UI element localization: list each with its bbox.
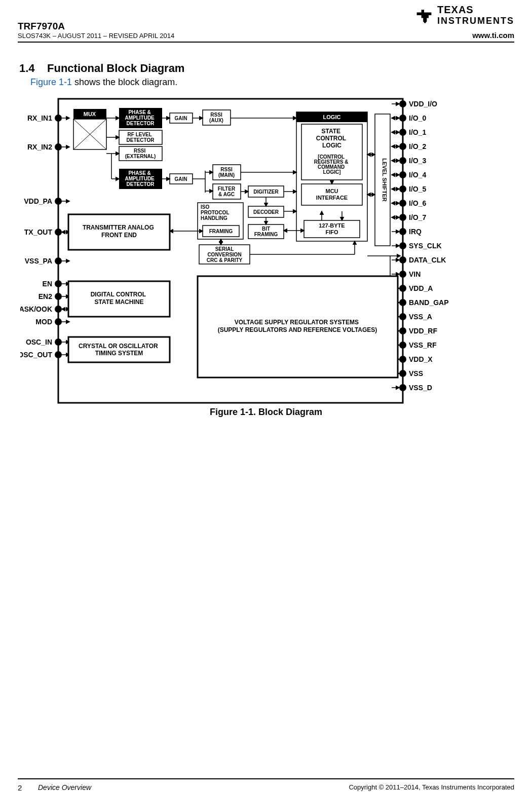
pin-vdd-i-o: VDD_I/O <box>409 100 437 108</box>
pin-data-clk: DATA_CLK <box>409 256 446 264</box>
pin-vss: VSS <box>409 369 423 378</box>
svg-point-61 <box>399 370 406 377</box>
pin-vdd-pa: VDD_PA <box>24 197 52 205</box>
pin-rx-in1: RX_IN1 <box>27 114 52 122</box>
pin-irq: IRQ <box>409 228 422 236</box>
svg-point-63 <box>399 384 406 391</box>
svg-point-27 <box>399 129 406 136</box>
gain2-block: GAIN <box>175 176 187 182</box>
svg-point-55 <box>399 327 406 334</box>
pin-en2: EN2 <box>39 292 52 300</box>
header-left: TRF7970A SLOS743K – AUGUST 2011 – REVISE… <box>18 21 174 40</box>
ti-url[interactable]: www.ti.com <box>472 31 514 40</box>
rflevel-block: RF LEVEL DETECTOR <box>127 132 155 143</box>
pin-vdd-x: VDD_X <box>409 355 433 363</box>
svg-point-15 <box>55 306 62 313</box>
figure-reference[interactable]: Figure 1-1 <box>30 77 72 87</box>
pin-mod: MOD <box>35 318 52 326</box>
svg-point-11 <box>55 280 62 287</box>
chip-name: TRF7970A <box>18 21 174 32</box>
pin-vdd-rf: VDD_RF <box>409 327 437 335</box>
ti-logo: TEXAS INSTRUMENTS <box>415 4 514 26</box>
pin-i-o-4: I/O_4 <box>409 171 426 179</box>
phaseamp2-block: PHASE & AMPLITUDE DETECTOR <box>125 170 156 187</box>
pin-vss-pa: VSS_PA <box>25 257 52 265</box>
pin-i-o-5: I/O_5 <box>409 185 426 193</box>
pin-osc-out: OSC_OUT <box>20 351 52 359</box>
pin-i-o-6: I/O_6 <box>409 199 426 207</box>
pin-vss-a: VSS_A <box>409 313 432 321</box>
svg-point-9 <box>55 257 62 265</box>
svg-point-47 <box>399 271 406 278</box>
vreg-block: VOLTAGE SUPPLY REGULATOR SYSTEMS (SUPPLY… <box>218 319 377 333</box>
svg-point-3 <box>55 143 62 150</box>
gain1-block: GAIN <box>175 116 187 121</box>
svg-point-57 <box>399 342 406 349</box>
logo-line1: TEXAS <box>437 4 514 16</box>
section-title: Functional Block Diagram <box>47 62 184 74</box>
intro-text: Figure 1-1 shows the block diagram. <box>30 77 177 88</box>
pin-en: EN <box>43 280 52 288</box>
framing-block: FRAMING <box>209 229 233 234</box>
svg-point-45 <box>399 256 406 263</box>
pin-vdd-a: VDD_A <box>409 284 433 292</box>
decoder-block: DECODER <box>253 209 279 215</box>
pin-i-o-3: I/O_3 <box>409 157 426 165</box>
intro-after: shows the block diagram. <box>72 77 177 87</box>
pin-band-gap: BAND_GAP <box>409 298 449 307</box>
phaseamp1-block: PHASE & AMPLITUDE DETECTOR <box>125 109 156 126</box>
svg-point-37 <box>399 200 406 207</box>
pin-rx-in2: RX_IN2 <box>27 143 52 151</box>
section-heading: 1.4 Functional Block Diagram <box>19 62 184 75</box>
svg-point-51 <box>399 299 406 306</box>
levelshifter-block: LEVEL SHIFTER <box>382 158 388 201</box>
section-number: 1.4 <box>19 62 35 74</box>
rssiaux-block: RSSI(AUX) <box>209 112 223 123</box>
svg-point-31 <box>399 157 406 164</box>
figure-caption: Figure 1-1. Block Diagram <box>20 407 512 418</box>
pin-i-o-0: I/O_0 <box>409 114 426 122</box>
footer-section-name: Device Overview <box>38 783 91 791</box>
svg-point-23 <box>399 100 406 107</box>
pin-tx-out: TX_OUT <box>24 228 53 236</box>
block-diagram-svg: RX_IN1RX_IN2VDD_PATX_OUTVSS_PAENEN2ASK/O… <box>20 94 512 405</box>
logic-block: LOGIC <box>323 114 341 120</box>
svg-point-25 <box>399 115 406 122</box>
ti-logo-text: TEXAS INSTRUMENTS <box>437 4 514 26</box>
svg-point-41 <box>399 228 406 235</box>
pin-i-o-7: I/O_7 <box>409 213 426 221</box>
svg-point-43 <box>399 242 406 249</box>
svg-point-29 <box>399 143 406 150</box>
svg-point-53 <box>399 313 406 320</box>
digitizer-block: DIGITIZER <box>253 189 279 195</box>
digctrl-block: DIGITAL CONTROL STATE MACHINE <box>91 291 148 306</box>
logo-line2: INSTRUMENTS <box>437 16 514 26</box>
page-footer: 2 Device Overview Copyright © 2011–2014,… <box>18 778 514 782</box>
document-number-line: SLOS743K – AUGUST 2011 – REVISED APRIL 2… <box>18 32 174 40</box>
pin-sys-clk: SYS_CLK <box>409 242 442 250</box>
svg-point-39 <box>399 214 406 221</box>
page-number: 2 <box>18 783 22 792</box>
pin-osc-in: OSC_IN <box>26 338 52 346</box>
svg-point-49 <box>399 285 406 292</box>
svg-point-59 <box>399 356 406 363</box>
svg-point-13 <box>55 293 62 300</box>
filteragc-block: FILTER& AGC <box>218 186 236 197</box>
mux-block: MUX <box>84 111 96 117</box>
svg-point-7 <box>55 229 62 236</box>
pin-ask-ook: ASK/OOK <box>20 305 52 313</box>
svg-point-35 <box>399 185 406 193</box>
pin-i-o-1: I/O_1 <box>409 128 426 136</box>
svg-point-17 <box>55 318 62 325</box>
svg-point-19 <box>55 338 62 346</box>
ti-logo-icon <box>415 6 433 24</box>
svg-point-1 <box>55 115 62 122</box>
block-diagram-figure: RX_IN1RX_IN2VDD_PATX_OUTVSS_PAENEN2ASK/O… <box>20 94 512 408</box>
svg-point-21 <box>55 351 62 358</box>
pin-i-o-2: I/O_2 <box>409 142 426 150</box>
svg-point-5 <box>55 198 62 205</box>
page: TRF7970A SLOS743K – AUGUST 2011 – REVISE… <box>0 0 532 792</box>
copyright: Copyright © 2011–2014, Texas Instruments… <box>349 783 514 791</box>
pin-vss-d: VSS_D <box>409 384 432 392</box>
rssimain-block: RSSI(MAIN) <box>218 167 235 178</box>
